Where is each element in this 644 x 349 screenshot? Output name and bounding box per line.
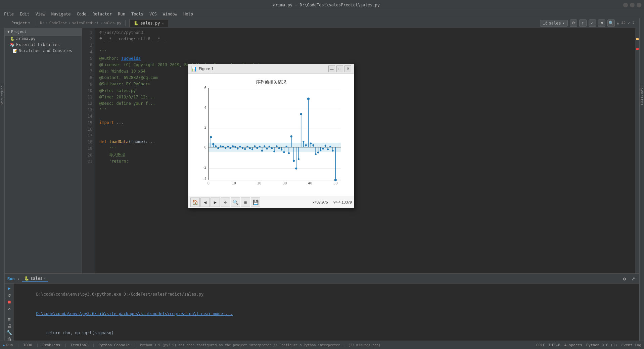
python-version-indicator[interactable]: Python 3.6 (1) <box>586 343 617 347</box>
code-content[interactable]: #!/usr/bin/python3 # __*__ coding: utf-8… <box>95 28 635 273</box>
event-log-indicator[interactable]: Event Log <box>621 343 641 347</box>
branch-selector[interactable]: ⎇ sales ▾ <box>540 20 568 27</box>
spaces-indicator[interactable]: 4 spaces <box>564 343 582 347</box>
figure-subplots-button[interactable]: ≡ <box>241 198 250 207</box>
favorites-label[interactable]: Favorites <box>640 85 644 105</box>
run-link[interactable]: D:\code\conda\envs\py3.6\lib\site-packag… <box>36 311 233 316</box>
figure-minimize-button[interactable]: — <box>328 66 335 72</box>
tab-filename: sales.py <box>141 21 160 26</box>
figure-close-button[interactable]: ✕ <box>344 66 351 72</box>
problems-tab[interactable]: Problems <box>42 343 60 347</box>
menu-refactor[interactable]: Refactor <box>90 11 114 17</box>
tree-item-ext-libs[interactable]: 📚 External Libraries <box>5 42 82 48</box>
tree-item-arima[interactable]: 🐍 arima.py <box>5 36 82 42</box>
svg-point-101 <box>312 144 314 146</box>
run-filter-button[interactable]: 🔧 <box>6 330 13 335</box>
run-stop-button[interactable]: ■ <box>6 299 13 304</box>
run-line-2: D:\code\conda\envs\py3.6\lib\site-packag… <box>17 304 637 324</box>
editor-scrollbar[interactable] <box>635 28 639 273</box>
svg-point-31 <box>227 146 229 147</box>
figure-title-text: Figure 1 <box>199 67 214 71</box>
svg-point-39 <box>237 148 238 149</box>
close-button[interactable]: ✕ <box>637 3 641 7</box>
run-tab-sales[interactable]: 🐍 sales ✕ <box>22 275 48 282</box>
code-line-9: @Software: PY PyCharm <box>99 81 631 87</box>
run-status-button[interactable]: ▶ Run <box>3 343 13 347</box>
run-toolbar-right: ⚙ ⤢ <box>621 275 637 282</box>
code-line-16 <box>99 126 631 132</box>
figure-back-button[interactable]: ◀ <box>200 198 210 207</box>
run-scroll-button[interactable]: ≡ <box>6 316 13 322</box>
line-numbers: 1 2 3 4 5 6 7 8 9 10 11 12 13 14 15 16 1… <box>82 28 95 273</box>
toolbar: Project ▾ D: › CodeTest › salesPredict ›… <box>0 18 644 28</box>
run-output: D:\code\conda\envs\py3.6\python.exe D:/C… <box>14 283 639 341</box>
svg-point-45 <box>244 148 246 150</box>
code-line-13: ''' <box>99 107 631 113</box>
branch-name: sales <box>549 21 561 26</box>
editor-tab-sales[interactable]: 🐍 sales.py ✕ <box>129 19 169 27</box>
figure-zoom-button[interactable]: 🔍 <box>231 198 240 207</box>
svg-point-65 <box>269 146 270 147</box>
menu-vcs[interactable]: VCS <box>147 11 159 17</box>
svg-text:40: 40 <box>308 181 312 185</box>
code-line-11: @Time: 2019/8/17 12:... <box>99 94 631 100</box>
project-selector[interactable]: Project ▾ <box>9 20 32 26</box>
code-line-17 <box>99 132 631 139</box>
figure-save-button[interactable]: 💾 <box>251 198 260 207</box>
ext-libs-label: External Libraries <box>16 42 60 47</box>
code-line-5: @Author: suoweida <box>99 55 631 62</box>
menu-help[interactable]: Help <box>181 11 196 17</box>
search-everywhere-button[interactable]: 🔍 <box>607 19 615 27</box>
figure-forward-button[interactable]: ▶ <box>211 198 220 207</box>
project-panel-header[interactable]: ▼ Project <box>5 28 82 36</box>
figure-window-buttons: — □ ✕ <box>328 66 351 72</box>
scroll-error-1 <box>636 48 639 50</box>
svg-point-97 <box>307 98 310 100</box>
svg-text:6: 6 <box>204 86 206 90</box>
code-line-7: @Os: Windows 10 x64 <box>99 68 631 75</box>
menu-window[interactable]: Window <box>160 11 180 17</box>
menu-file[interactable]: File <box>1 11 16 17</box>
tree-item-scratches[interactable]: 📝 Scratches and Consoles <box>5 48 82 54</box>
vcs-annotate-button[interactable]: ⚑ <box>598 19 605 27</box>
encoding-indicator[interactable]: UTF-8 <box>549 343 560 347</box>
vcs-commit-button[interactable]: ✓ <box>589 19 596 27</box>
menu-tools[interactable]: Tools <box>129 11 146 17</box>
problems-label: Problems <box>42 343 60 347</box>
run-print-button[interactable]: 🖨 <box>6 323 13 329</box>
crlf-indicator[interactable]: CRLF <box>536 343 545 347</box>
vcs-update-button[interactable]: ⟳ <box>570 19 577 27</box>
minimize-button[interactable]: — <box>623 3 628 7</box>
structure-label[interactable]: Structure <box>0 85 4 105</box>
run-clear-button[interactable]: 🗑 <box>6 337 13 341</box>
run-rerun-button[interactable]: ↺ <box>6 292 13 298</box>
figure-home-button[interactable]: 🏠 <box>190 198 200 207</box>
expand-icon[interactable]: ⤢ <box>630 275 637 282</box>
maximize-button[interactable]: □ <box>630 3 635 7</box>
svg-point-109 <box>320 149 321 151</box>
run-play-button[interactable]: ▶ <box>6 286 13 291</box>
menu-code[interactable]: Code <box>74 11 89 17</box>
svg-text:30: 30 <box>283 181 287 185</box>
vcs-push-button[interactable]: ↑ <box>579 19 587 27</box>
svg-point-99 <box>310 142 312 144</box>
menu-view[interactable]: View <box>33 11 48 17</box>
run-label-colon: : <box>17 277 19 280</box>
svg-point-75 <box>281 149 282 150</box>
figure-maximize-button[interactable]: □ <box>336 66 343 72</box>
menu-navigate[interactable]: Navigate <box>49 11 74 17</box>
run-close-button[interactable]: ✕ <box>6 306 13 311</box>
figure-pan-button[interactable]: ✛ <box>221 198 230 207</box>
menu-edit[interactable]: Edit <box>17 11 32 17</box>
ext-libs-icon: 📚 <box>10 43 15 47</box>
menu-run[interactable]: Run <box>115 11 128 17</box>
code-line-6: @License: (C) Copyright 2013-2019, Best … <box>99 62 631 68</box>
terminal-tab[interactable]: Terminal <box>71 343 88 347</box>
svg-text:2: 2 <box>204 125 206 129</box>
run-label: Run <box>7 276 15 281</box>
svg-text:0: 0 <box>204 145 206 149</box>
settings-icon[interactable]: ⚙ <box>621 275 628 282</box>
tab-close-button[interactable]: ✕ <box>162 21 164 25</box>
todo-tab[interactable]: TODO <box>23 343 32 347</box>
python-console-tab[interactable]: Python Console <box>98 343 130 347</box>
